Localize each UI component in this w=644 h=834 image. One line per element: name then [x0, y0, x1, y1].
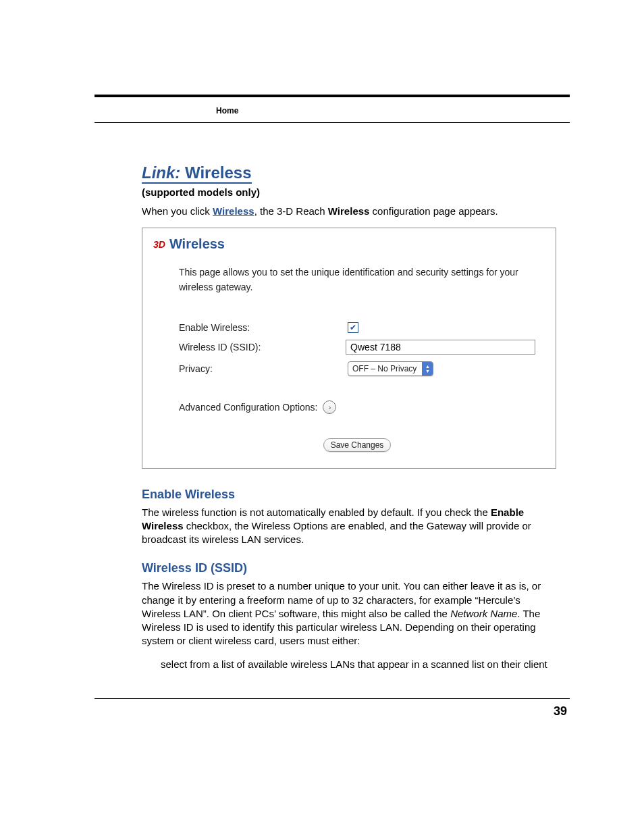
save-changes-button[interactable]: Save Changes	[323, 438, 392, 452]
wireless-link[interactable]: Wireless	[213, 205, 254, 217]
advanced-options-label: Advanced Configuration Options:	[179, 402, 317, 413]
enable-wireless-row: Enable Wireless: ✔	[179, 322, 535, 333]
ssid-label: Wireless ID (SSID):	[179, 342, 346, 353]
privacy-select-value: OFF – No Privacy	[348, 362, 422, 375]
intro-mid: , the 3-D Reach	[254, 205, 328, 217]
privacy-label: Privacy:	[179, 363, 348, 374]
main-content: Link: Wireless (supported models only) W…	[142, 163, 556, 671]
advanced-arrow-icon[interactable]: ›	[323, 400, 336, 414]
page-title: Link: Wireless	[142, 163, 556, 182]
enable-body-post: checkbox, the Wireless Options are enabl…	[142, 520, 531, 545]
figure-description: This page allows you to set the unique i…	[179, 265, 535, 294]
advanced-options-row: Advanced Configuration Options: ›	[179, 400, 535, 414]
intro-post: configuration page appears.	[369, 205, 498, 217]
ssid-body: The Wireless ID is preset to a number un…	[142, 579, 556, 648]
ssid-bullet-1: select from a list of available wireless…	[161, 658, 556, 671]
save-row: Save Changes	[179, 438, 535, 452]
subtitle: (supported models only)	[142, 186, 556, 198]
ssid-body-italic: Network Name	[450, 608, 517, 619]
privacy-row: Privacy: OFF – No Privacy ▲▼	[179, 361, 535, 376]
title-prefix: Link:	[142, 163, 180, 182]
ssid-input[interactable]	[346, 340, 535, 355]
enable-body-pre: The wireless function is not automatical…	[142, 506, 491, 518]
page-number: 39	[95, 704, 570, 719]
select-arrows-icon: ▲▼	[422, 362, 433, 375]
running-head: Home	[216, 106, 238, 115]
enable-wireless-body: The wireless function is not automatical…	[142, 506, 556, 547]
privacy-select[interactable]: OFF – No Privacy ▲▼	[348, 361, 433, 376]
intro-paragraph: When you click Wireless, the 3-D Reach W…	[142, 205, 556, 218]
enable-wireless-checkbox[interactable]: ✔	[348, 322, 358, 333]
figure-inner: This page allows you to set the unique i…	[152, 265, 545, 451]
enable-wireless-label: Enable Wireless:	[179, 322, 348, 333]
header-row: Home	[95, 100, 570, 123]
ssid-heading: Wireless ID (SSID)	[142, 561, 556, 575]
figure-screenshot: 3D Wireless This page allows you to set …	[142, 228, 556, 468]
intro-pre: When you click	[142, 205, 213, 217]
footer-rule	[95, 698, 570, 699]
intro-bold: Wireless	[328, 205, 370, 217]
3d-badge-icon: 3D	[153, 239, 165, 250]
document-page: Home Link: Wireless (supported models on…	[0, 0, 644, 759]
ssid-row: Wireless ID (SSID):	[179, 340, 535, 355]
figure-title: 3D Wireless	[153, 236, 545, 252]
enable-wireless-heading: Enable Wireless	[142, 488, 556, 502]
header-rule-heavy	[95, 95, 570, 97]
title-main: Wireless	[185, 163, 252, 182]
figure-title-text: Wireless	[169, 236, 225, 252]
